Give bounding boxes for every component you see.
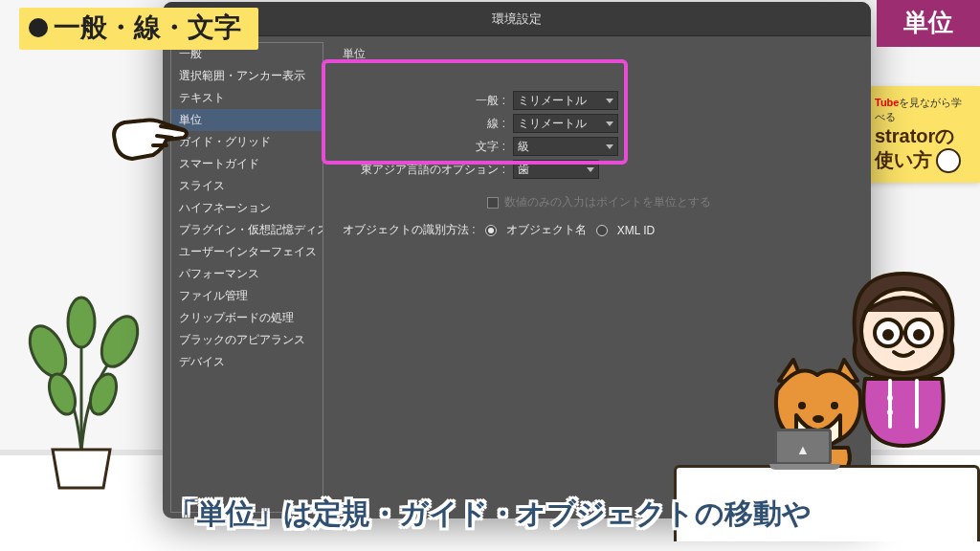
label-stroke: 線 : — [343, 116, 505, 132]
select-stroke-value: ミリメートル — [518, 116, 587, 132]
dot-icon — [29, 18, 48, 37]
promo-line3-text: 使い方 — [875, 147, 932, 173]
select-east-value: 歯 — [518, 162, 529, 178]
identify-row: オブジェクトの識別方法 : オブジェクト名 XML ID — [343, 222, 856, 238]
sidebar-item[interactable]: スライス — [171, 175, 323, 197]
promo-line2: stratorの — [875, 124, 972, 147]
row-east-asian: 東アジア言語のオプション : 歯 — [343, 160, 856, 179]
sidebar-item[interactable]: 選択範囲・アンカー表示 — [171, 65, 323, 87]
radio-object-name[interactable] — [485, 225, 497, 236]
sidebar-item[interactable]: ファイル管理 — [171, 285, 323, 307]
select-type[interactable]: 級 — [513, 137, 618, 156]
label-east: 東アジア言語のオプション : — [343, 162, 505, 178]
select-general[interactable]: ミリメートル — [513, 91, 618, 110]
sidebar-item[interactable]: テキスト — [171, 87, 323, 109]
sidebar-item[interactable]: ブラックのアピアランス — [171, 329, 323, 351]
section-label: 単位 — [903, 8, 953, 36]
numbers-only-checkbox[interactable] — [487, 197, 499, 209]
row-general: 一般 : ミリメートル — [343, 91, 856, 110]
sidebar-item[interactable]: プラグイン・仮想記憶ディスク — [171, 219, 323, 241]
dialog-titlebar: 環境設定 — [163, 2, 871, 36]
chevron-down-icon — [587, 167, 594, 172]
sidebar-item[interactable]: ハイフネーション — [171, 197, 323, 219]
radio-xml-id-label: XML ID — [617, 224, 656, 237]
apple-logo-icon: ▲ — [796, 442, 810, 457]
sidebar-item[interactable]: ガイド・グリッド — [171, 131, 323, 153]
svg-point-15 — [813, 415, 824, 423]
numbers-only-row: 数値のみの入力はポイントを単位とする — [343, 194, 856, 210]
svg-point-12 — [887, 409, 893, 415]
svg-point-13 — [798, 402, 806, 409]
laptop-icon: ▲ — [769, 429, 836, 473]
panel-title: 単位 — [343, 46, 856, 62]
sidebar-item[interactable]: 単位 — [171, 109, 323, 131]
svg-point-9 — [884, 331, 892, 339]
radio-xml-id[interactable] — [596, 225, 608, 236]
chevron-down-icon — [606, 144, 613, 149]
sidebar-item[interactable]: デバイス — [171, 351, 323, 373]
chevron-down-icon — [606, 121, 613, 126]
identify-label: オブジェクトの識別方法 : — [343, 222, 476, 238]
section-badge: 単位 — [877, 0, 980, 47]
row-stroke: 線 : ミリメートル — [343, 114, 856, 133]
svg-point-4 — [85, 370, 122, 418]
svg-point-2 — [68, 298, 95, 347]
select-general-value: ミリメートル — [518, 93, 587, 109]
face-icon — [936, 148, 961, 173]
dialog-title: 環境設定 — [492, 11, 542, 28]
svg-point-10 — [915, 331, 923, 339]
select-type-value: 級 — [518, 139, 529, 155]
prefs-sidebar: 一般選択範囲・アンカー表示テキスト単位ガイド・グリッドスマートガイドスライスハイ… — [170, 42, 323, 513]
promo-line3: 使い方 — [875, 147, 972, 173]
svg-point-3 — [44, 370, 80, 418]
sidebar-item[interactable]: クリップボードの処理 — [171, 307, 323, 329]
sidebar-item[interactable]: スマートガイド — [171, 153, 323, 175]
numbers-only-label: 数値のみの入力はポイントを単位とする — [504, 194, 711, 210]
select-east[interactable]: 歯 — [513, 160, 599, 179]
sidebar-item[interactable]: パフォーマンス — [171, 263, 323, 285]
row-type: 文字 : 級 — [343, 137, 856, 156]
promo-line1: Tubeを見ながら学べる — [875, 96, 972, 124]
units-form: 一般 : ミリメートル 線 : ミリメートル 文字 : — [343, 81, 856, 188]
subtitle-text: 「単位」は定規・ガイド・オブジェクトの移動や — [168, 495, 812, 534]
radio-object-name-label: オブジェクト名 — [506, 222, 587, 238]
svg-point-11 — [887, 395, 893, 401]
plant-illustration — [10, 251, 153, 494]
chevron-down-icon — [606, 99, 613, 103]
svg-point-1 — [95, 311, 145, 372]
pointer-hand-icon — [105, 107, 191, 178]
topic-badge: 一般・線・文字 — [19, 8, 258, 50]
select-stroke[interactable]: ミリメートル — [513, 114, 618, 133]
topic-label: 一般・線・文字 — [54, 10, 241, 46]
promo-prefix: Tube — [875, 97, 899, 108]
svg-point-14 — [831, 402, 838, 409]
sidebar-item[interactable]: ユーザーインターフェイス — [171, 241, 323, 263]
label-general: 一般 : — [343, 93, 505, 109]
promo-card: Tubeを見ながら学べる stratorの 使い方 — [865, 86, 980, 183]
svg-point-0 — [23, 320, 74, 382]
label-type: 文字 : — [343, 139, 505, 155]
